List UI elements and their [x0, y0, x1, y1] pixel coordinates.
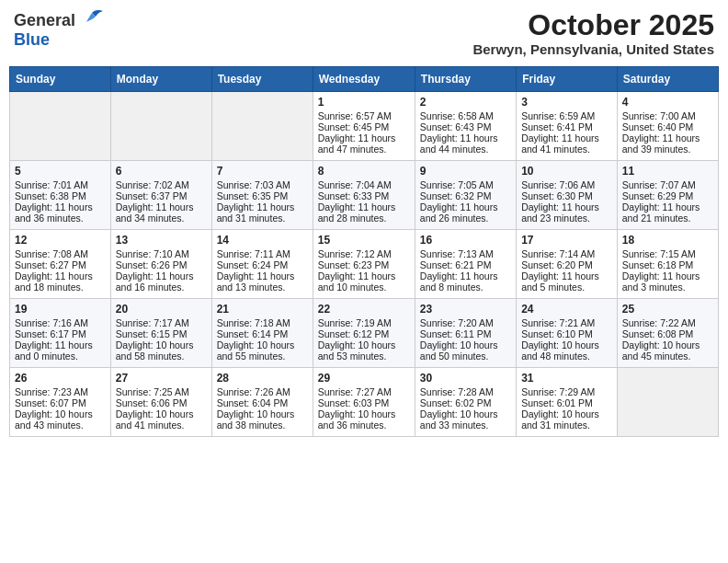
day-info: Sunset: 6:11 PM: [420, 328, 511, 339]
day-info: Sunrise: 7:16 AM: [15, 317, 106, 328]
calendar-header-row: SundayMondayTuesdayWednesdayThursdayFrid…: [10, 67, 719, 92]
day-info: Sunset: 6:03 PM: [318, 397, 410, 408]
day-info: Sunrise: 7:28 AM: [420, 386, 511, 397]
logo: General Blue: [14, 9, 105, 49]
day-info: Sunrise: 7:19 AM: [318, 317, 410, 328]
day-info: Sunrise: 7:15 AM: [622, 248, 713, 259]
day-info: Sunset: 6:08 PM: [622, 328, 713, 339]
day-info: Sunrise: 7:29 AM: [521, 386, 612, 397]
calendar-day-header: Monday: [110, 67, 211, 92]
day-info: Daylight: 11 hours and 36 minutes.: [15, 201, 106, 224]
day-info: Daylight: 11 hours and 28 minutes.: [318, 201, 410, 224]
day-number: 31: [521, 372, 612, 385]
day-info: Sunset: 6:15 PM: [116, 328, 207, 339]
day-info: Daylight: 10 hours and 36 minutes.: [318, 408, 410, 431]
calendar-week-row: 12Sunrise: 7:08 AMSunset: 6:27 PMDayligh…: [10, 230, 719, 299]
day-number: 5: [15, 165, 106, 178]
day-number: 1: [318, 96, 410, 109]
day-number: 19: [15, 303, 106, 316]
day-number: 8: [318, 165, 410, 178]
day-number: 3: [521, 96, 612, 109]
calendar-cell: 14Sunrise: 7:11 AMSunset: 6:24 PMDayligh…: [211, 230, 313, 299]
calendar-cell: 16Sunrise: 7:13 AMSunset: 6:21 PMDayligh…: [415, 230, 516, 299]
day-info: Daylight: 11 hours and 10 minutes.: [318, 270, 410, 293]
day-info: Sunset: 6:10 PM: [521, 328, 612, 339]
page-subtitle: Berwyn, Pennsylvania, United States: [472, 41, 714, 57]
day-info: Sunset: 6:32 PM: [420, 190, 511, 201]
day-info: Sunset: 6:26 PM: [116, 259, 207, 270]
calendar-day-header: Wednesday: [313, 67, 415, 92]
calendar-day-header: Sunday: [10, 67, 111, 92]
calendar-day-header: Thursday: [415, 67, 516, 92]
day-info: Sunrise: 7:13 AM: [420, 248, 511, 259]
day-number: 24: [521, 303, 612, 316]
day-info: Sunrise: 7:18 AM: [217, 317, 308, 328]
calendar-week-row: 19Sunrise: 7:16 AMSunset: 6:17 PMDayligh…: [10, 299, 719, 368]
calendar-cell: 5Sunrise: 7:01 AMSunset: 6:38 PMDaylight…: [10, 161, 111, 230]
calendar-cell: 3Sunrise: 6:59 AMSunset: 6:41 PMDaylight…: [517, 92, 618, 161]
day-info: Daylight: 10 hours and 31 minutes.: [521, 408, 612, 431]
day-info: Daylight: 11 hours and 16 minutes.: [116, 270, 207, 293]
day-info: Daylight: 11 hours and 31 minutes.: [217, 201, 308, 224]
day-info: Sunset: 6:14 PM: [217, 328, 308, 339]
calendar-cell: 28Sunrise: 7:26 AMSunset: 6:04 PMDayligh…: [211, 368, 313, 437]
day-info: Sunset: 6:01 PM: [521, 397, 612, 408]
day-info: Sunset: 6:12 PM: [318, 328, 410, 339]
day-number: 27: [116, 372, 207, 385]
day-number: 28: [217, 372, 308, 385]
day-info: Daylight: 11 hours and 5 minutes.: [521, 270, 612, 293]
calendar-cell: [617, 368, 718, 437]
day-info: Sunrise: 6:58 AM: [420, 110, 511, 121]
day-info: Daylight: 11 hours and 8 minutes.: [420, 270, 511, 293]
day-info: Sunrise: 7:12 AM: [318, 248, 410, 259]
calendar-cell: 20Sunrise: 7:17 AMSunset: 6:15 PMDayligh…: [110, 299, 211, 368]
page-title: October 2025: [472, 9, 714, 41]
calendar-week-row: 5Sunrise: 7:01 AMSunset: 6:38 PMDaylight…: [10, 161, 719, 230]
day-info: Sunrise: 7:04 AM: [318, 179, 410, 190]
calendar-cell: 15Sunrise: 7:12 AMSunset: 6:23 PMDayligh…: [313, 230, 415, 299]
day-info: Sunset: 6:29 PM: [622, 190, 713, 201]
day-info: Sunrise: 6:59 AM: [521, 110, 612, 121]
calendar-body: 1Sunrise: 6:57 AMSunset: 6:45 PMDaylight…: [10, 92, 719, 437]
day-info: Daylight: 10 hours and 38 minutes.: [217, 408, 308, 431]
day-info: Daylight: 11 hours and 26 minutes.: [420, 201, 511, 224]
calendar-cell: 23Sunrise: 7:20 AMSunset: 6:11 PMDayligh…: [415, 299, 516, 368]
day-number: 16: [420, 234, 511, 247]
day-info: Sunrise: 7:08 AM: [15, 248, 106, 259]
day-number: 11: [622, 165, 713, 178]
day-number: 10: [521, 165, 612, 178]
logo-text-general: General: [14, 12, 75, 30]
calendar-cell: 18Sunrise: 7:15 AMSunset: 6:18 PMDayligh…: [617, 230, 718, 299]
title-block: October 2025 Berwyn, Pennsylvania, Unite…: [472, 9, 714, 57]
day-info: Daylight: 11 hours and 0 minutes.: [15, 339, 106, 362]
day-info: Daylight: 11 hours and 41 minutes.: [521, 132, 612, 155]
day-info: Sunrise: 7:14 AM: [521, 248, 612, 259]
day-info: Sunset: 6:33 PM: [318, 190, 410, 201]
day-info: Sunrise: 7:03 AM: [217, 179, 308, 190]
day-number: 6: [116, 165, 207, 178]
calendar-cell: 27Sunrise: 7:25 AMSunset: 6:06 PMDayligh…: [110, 368, 211, 437]
day-info: Daylight: 11 hours and 18 minutes.: [15, 270, 106, 293]
day-number: 18: [622, 234, 713, 247]
day-info: Daylight: 11 hours and 3 minutes.: [622, 270, 713, 293]
day-info: Sunrise: 7:26 AM: [217, 386, 308, 397]
day-number: 2: [420, 96, 511, 109]
day-info: Daylight: 10 hours and 43 minutes.: [15, 408, 106, 431]
day-info: Daylight: 10 hours and 53 minutes.: [318, 339, 410, 362]
day-info: Daylight: 11 hours and 47 minutes.: [318, 132, 410, 155]
calendar-day-header: Friday: [517, 67, 618, 92]
day-number: 29: [318, 372, 410, 385]
day-info: Sunset: 6:24 PM: [217, 259, 308, 270]
day-info: Sunrise: 7:23 AM: [15, 386, 106, 397]
calendar-day-header: Tuesday: [211, 67, 313, 92]
day-number: 23: [420, 303, 511, 316]
day-info: Daylight: 10 hours and 55 minutes.: [217, 339, 308, 362]
day-info: Sunset: 6:06 PM: [116, 397, 207, 408]
day-info: Daylight: 11 hours and 39 minutes.: [622, 132, 713, 155]
day-info: Sunrise: 7:22 AM: [622, 317, 713, 328]
day-info: Daylight: 11 hours and 21 minutes.: [622, 201, 713, 224]
day-info: Sunset: 6:20 PM: [521, 259, 612, 270]
day-info: Daylight: 11 hours and 23 minutes.: [521, 201, 612, 224]
calendar-cell: 7Sunrise: 7:03 AMSunset: 6:35 PMDaylight…: [211, 161, 313, 230]
calendar-day-header: Saturday: [617, 67, 718, 92]
